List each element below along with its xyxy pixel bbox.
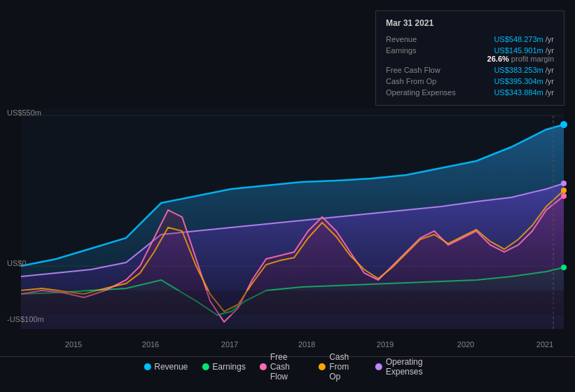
legend-label-earnings: Earnings (212, 362, 245, 372)
y-label-zero: US$0 (7, 259, 27, 267)
legend-label-fcf: Free Cash Flow (270, 352, 305, 382)
opex-row: Operating Expenses US$343.884m /yr (386, 87, 554, 98)
x-label-2018: 2018 (298, 340, 315, 349)
x-label-2017: 2017 (221, 340, 238, 349)
y-label-neg: -US$100m (7, 315, 44, 323)
legend-fcf[interactable]: Free Cash Flow (260, 352, 305, 382)
fcf-value: US$383.253m /yr (494, 66, 554, 74)
fcf-label: Free Cash Flow (386, 66, 463, 74)
cashfromop-row: Cash From Op US$395.304m /yr (386, 76, 554, 87)
opex-label: Operating Expenses (386, 88, 463, 97)
svg-point-6 (560, 121, 567, 128)
x-label-2016: 2016 (142, 340, 159, 349)
cashfromop-label: Cash From Op (386, 77, 463, 85)
chart-legend: Revenue Earnings Free Cash Flow Cash Fro… (144, 352, 431, 382)
x-label-2020: 2020 (457, 340, 474, 349)
cashfromop-value: US$395.304m /yr (494, 77, 554, 85)
legend-label-cashfromop: Cash From Op (329, 352, 361, 382)
revenue-row: Revenue US$548.273m /yr (386, 34, 554, 45)
svg-point-7 (561, 181, 567, 186)
chart-container: US$550m US$0 -US$100m 2015 2016 2017 201… (0, 0, 575, 392)
legend-cashfromop[interactable]: Cash From Op (319, 352, 361, 382)
revenue-value: US$548.273m /yr (494, 35, 554, 43)
legend-opex[interactable]: Operating Expenses (375, 357, 431, 377)
earnings-label: Earnings (386, 46, 463, 55)
svg-point-9 (561, 188, 567, 193)
tooltip-box: Mar 31 2021 Revenue US$548.273m /yr Earn… (375, 10, 564, 106)
legend-label-revenue: Revenue (154, 362, 188, 372)
svg-point-10 (561, 265, 567, 270)
y-label-top: US$550m (7, 108, 41, 117)
fcf-row: Free Cash Flow US$383.253m /yr (386, 64, 554, 76)
legend-earnings[interactable]: Earnings (202, 362, 245, 372)
x-label-2015: 2015 (65, 340, 82, 349)
tooltip-date: Mar 31 2021 (386, 18, 554, 28)
svg-point-8 (561, 193, 567, 199)
opex-value: US$343.884m /yr (494, 88, 554, 97)
x-label-2021: 2021 (536, 340, 553, 349)
legend-dot-cashfromop (319, 363, 326, 370)
legend-label-opex: Operating Expenses (386, 357, 431, 377)
legend-dot-opex (375, 363, 382, 370)
revenue-label: Revenue (386, 35, 463, 43)
svg-rect-11 (21, 290, 564, 315)
legend-revenue[interactable]: Revenue (144, 362, 188, 372)
legend-dot-earnings (202, 363, 209, 370)
x-label-2019: 2019 (377, 340, 394, 349)
legend-dot-fcf (260, 363, 267, 370)
legend-dot-revenue (144, 363, 151, 370)
profit-margin-row: 26.6% profit margin (487, 55, 554, 63)
earnings-value: US$145.901m /yr (487, 46, 554, 55)
earnings-row: Earnings US$145.901m /yr 26.6% profit ma… (386, 45, 554, 64)
